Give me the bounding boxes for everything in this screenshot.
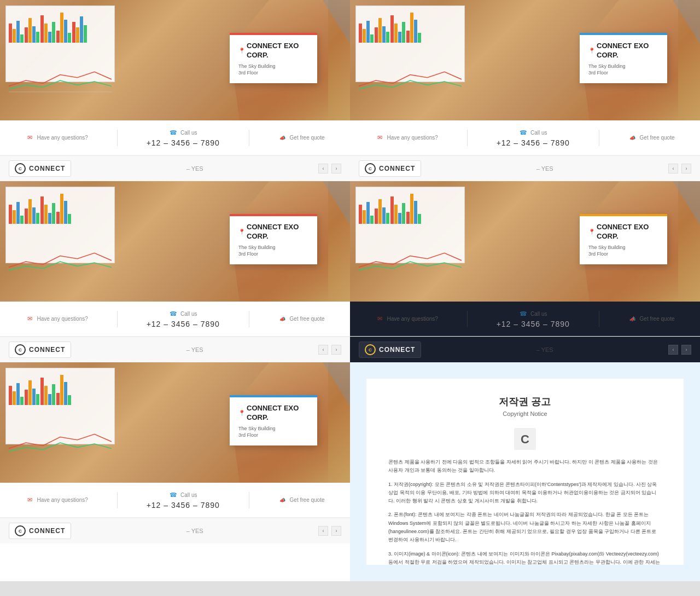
card-title-1: CONNECT EXO CORP.	[247, 42, 308, 60]
pin-icon-5: 📍	[238, 410, 245, 416]
phone-icon-4: ☎	[519, 309, 528, 318]
footer-yes-1: – YES	[71, 165, 318, 172]
b5r1	[9, 386, 12, 405]
bar2-b1	[366, 21, 370, 43]
connect-logo-2: C CONNECT	[359, 160, 421, 177]
footer-prev-btn-2[interactable]: ‹	[668, 164, 678, 173]
phone-number-2: +12 – 3456 – 7890	[497, 138, 570, 147]
card-title-3: CONNECT EXO CORP.	[247, 223, 308, 241]
b4y3	[394, 205, 398, 224]
pin-icon-2: 📍	[588, 48, 595, 54]
logo-text-3: CONNECT	[29, 346, 65, 354]
footer-next-btn-1[interactable]: ›	[331, 164, 341, 173]
hero-image-3: 📍 CONNECT EXO CORP. The Sky Building 3rd…	[0, 181, 350, 302]
footer-yes-3: – YES	[71, 346, 318, 353]
footer-next-btn-2[interactable]: ›	[681, 164, 691, 173]
hero-image-1: 📍 CONNECT EXO CORP. The Sky Building 3rd…	[0, 0, 350, 120]
bar-group-1	[9, 21, 24, 43]
contact-quote-5: 📣 Get free quote	[278, 496, 325, 505]
b3b2	[32, 207, 36, 224]
megaphone-icon-4: 📣	[628, 315, 637, 323]
bar2-b2	[382, 26, 386, 43]
divider-2	[249, 130, 249, 146]
b3y4	[60, 194, 63, 224]
b4r2	[375, 209, 378, 224]
bar-group-5	[72, 16, 87, 43]
phone-4: +12 – 3456 – 7890	[497, 320, 570, 328]
b4r4	[406, 212, 410, 224]
footer-prev-btn-1[interactable]: ‹	[318, 164, 328, 173]
footer-prev-btn-3[interactable]: ‹	[318, 345, 328, 355]
b5y2	[28, 380, 32, 405]
phone-3: +12 – 3456 – 7890	[147, 320, 220, 328]
card-address-1: The Sky Building 3rd Floor	[238, 63, 308, 77]
contact-quote-4: 📣 Get free quote	[628, 315, 675, 323]
line-chart-svg-5	[9, 408, 112, 478]
cr-5: ☎ Call us	[169, 490, 197, 499]
footer-nav-5: ‹ ›	[318, 526, 341, 536]
quote-label-1: Get free quote	[290, 135, 325, 141]
divider-8	[599, 311, 599, 327]
card-address-5: The Sky Building 3rd Floor	[238, 425, 308, 439]
connect-logo-4: C CONNECT	[359, 342, 421, 358]
footer-nav-1: ‹ ›	[318, 164, 341, 173]
cq-row-3: ✉ Have any questions?	[25, 315, 88, 323]
mail-icon-2: ✉	[375, 134, 384, 142]
copyright-inner: 저작권 공고 Copyright Notice C 콘텐츠 제품을 사용하기 전…	[366, 379, 684, 565]
copyright-para-1: 1. 저작권(copyright): 모든 콘텐츠의 소유 및 저작권은 콘텐츠…	[388, 481, 662, 506]
qr-3: 📣 Get free quote	[278, 315, 325, 323]
footer-prev-btn-5[interactable]: ‹	[318, 526, 328, 536]
b4b3	[398, 213, 401, 224]
wood-bg-3: 📍 CONNECT EXO CORP. The Sky Building 3rd…	[0, 181, 350, 302]
line-chart-svg-1	[9, 45, 112, 115]
bar-red-1	[9, 24, 12, 43]
contact-bar-1: ✉ Have any questions? ☎ Call us +12 – 34…	[0, 120, 350, 155]
ql-3: Have any questions?	[37, 316, 88, 322]
chart-bars-2	[359, 10, 462, 43]
wood-bg-1: 📍 CONNECT EXO CORP. The Sky Building 3rd…	[0, 0, 350, 120]
bar-green-1	[20, 34, 24, 43]
footer-bar-4-dark: C CONNECT – YES ‹ ›	[350, 337, 700, 362]
mail-icon-5: ✉	[25, 496, 34, 505]
bar-blue-2	[32, 26, 36, 43]
footer-next-btn-5[interactable]: ›	[331, 526, 341, 536]
logo-circle-3: C	[15, 344, 26, 355]
footer-next-btn-4[interactable]: ›	[681, 345, 691, 355]
contact-bar-3: ✉ Have any questions? ☎ Call us +12 – 34…	[0, 302, 350, 337]
bg3-4	[56, 194, 71, 224]
footer-next-btn-3[interactable]: ›	[331, 345, 341, 355]
cell-top-right: 📍 CONNECT EXO CORP. The Sky Building 3rd…	[350, 0, 700, 181]
divider-1	[117, 130, 118, 146]
bar2-y4	[410, 13, 413, 43]
logo-text-5: CONNECT	[29, 527, 65, 535]
wood-bg-5: 📍 CONNECT EXO CORP. The Sky Building 3rd…	[0, 362, 350, 483]
bar-blue-1	[16, 21, 20, 43]
card-address-4: The Sky Building 3rd Floor	[588, 244, 658, 258]
quote-label-2: Get free quote	[640, 135, 675, 141]
cl-3: Call us	[180, 311, 197, 317]
bar2-r1	[359, 24, 362, 43]
contact-call-2: ☎ Call us +12 – 3456 – 7890	[497, 128, 570, 147]
b3g4	[68, 214, 71, 224]
cell-mid-left: 📍 CONNECT EXO CORP. The Sky Building 3rd…	[0, 181, 350, 362]
call-row-2: ☎ Call us	[519, 128, 547, 137]
divider-3	[467, 130, 468, 146]
phone-icon-1: ☎	[169, 128, 178, 137]
footer-prev-btn-4[interactable]: ‹	[668, 345, 678, 355]
call-label-2: Call us	[530, 130, 547, 136]
phone-icon-2: ☎	[519, 128, 528, 137]
cell-top-left: 📍 CONNECT EXO CORP. The Sky Building 3rd…	[0, 0, 350, 181]
line-chart-svg-2	[359, 45, 462, 115]
cq-row-5: ✉ Have any questions?	[25, 496, 88, 505]
phone-icon-3: ☎	[169, 309, 178, 318]
b3b1	[16, 202, 20, 224]
copyright-para-3: 3. 이미지(image) & 아이콘(icon): 콘텐츠 내에 보여지는 이…	[388, 550, 662, 565]
line-chart-svg-3	[9, 227, 112, 297]
connect-logo-5: C CONNECT	[9, 523, 71, 539]
bar2-y2	[378, 18, 382, 43]
contact-questions-1: ✉ Have any questions?	[25, 134, 88, 142]
bar2-r3	[390, 15, 394, 43]
mail-icon-4: ✉	[375, 315, 384, 323]
contact-bar-5: ✉ Have any questions? ☎ Call us +12 – 34…	[0, 483, 350, 518]
cl-5: Call us	[180, 492, 197, 498]
